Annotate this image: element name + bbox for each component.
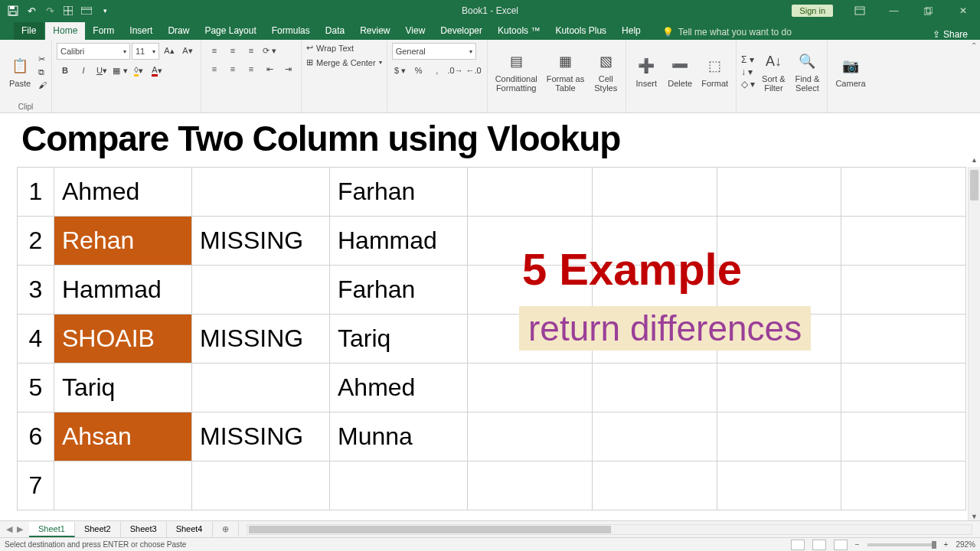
- next-sheet-icon[interactable]: ▶: [17, 524, 23, 534]
- tab-data[interactable]: Data: [318, 22, 352, 40]
- collapse-ribbon-icon[interactable]: ⌃: [971, 41, 977, 50]
- cell-col-a[interactable]: Tariq: [54, 364, 192, 412]
- table-row[interactable]: 3HammadFarhan: [18, 266, 966, 315]
- cell-empty[interactable]: [592, 168, 717, 217]
- align-top-icon[interactable]: ≡: [206, 43, 223, 58]
- insert-cells-button[interactable]: ➕Insert: [631, 54, 662, 90]
- cell-empty[interactable]: [717, 461, 841, 510]
- tab-view[interactable]: View: [398, 22, 433, 40]
- ribbon-options-icon[interactable]: [842, 0, 877, 21]
- font-size-select[interactable]: 11 ▾: [132, 43, 159, 60]
- cell-empty[interactable]: [717, 364, 841, 412]
- cell-empty[interactable]: [841, 168, 966, 217]
- tell-me[interactable]: 💡 Tell me what you want to do: [662, 24, 792, 40]
- horizontal-scrollbar[interactable]: [247, 524, 973, 535]
- cell-empty[interactable]: [841, 315, 966, 364]
- tab-page-layout[interactable]: Page Layout: [197, 22, 263, 40]
- orientation-icon[interactable]: ⟳ ▾: [261, 43, 278, 58]
- font-name-select[interactable]: Calibri ▾: [57, 43, 130, 60]
- tab-review[interactable]: Review: [352, 22, 397, 40]
- cell-col-c[interactable]: [330, 461, 468, 510]
- tab-formulas[interactable]: Formulas: [264, 22, 318, 40]
- cell-col-c[interactable]: Ahmed: [330, 364, 468, 412]
- borders-button[interactable]: ▦ ▾: [112, 63, 129, 78]
- cell-empty[interactable]: [841, 266, 966, 315]
- cell-empty[interactable]: [841, 461, 966, 510]
- prev-sheet-icon[interactable]: ◀: [6, 524, 12, 534]
- cell-col-b[interactable]: [192, 168, 330, 217]
- scroll-up-icon[interactable]: ▲: [969, 156, 980, 167]
- cell-col-a[interactable]: Ahsan: [54, 412, 192, 461]
- cell-empty[interactable]: [841, 364, 966, 412]
- align-left-icon[interactable]: ≡: [206, 61, 223, 77]
- cell-empty[interactable]: [468, 168, 593, 217]
- signin-button[interactable]: Sign in: [792, 5, 833, 17]
- cell-col-a[interactable]: Rehan: [54, 217, 192, 266]
- cell-col-b[interactable]: [192, 364, 330, 412]
- align-bottom-icon[interactable]: ≡: [243, 43, 260, 58]
- table-row[interactable]: 2RehanMISSINGHammad: [18, 217, 966, 266]
- spreadsheet-grid[interactable]: 1AhmedFarhan2RehanMISSINGHammad3HammadFa…: [17, 167, 966, 520]
- cell-empty[interactable]: [841, 217, 966, 266]
- cell-col-b[interactable]: [192, 461, 330, 510]
- increase-decimal-icon[interactable]: .0→: [447, 63, 464, 78]
- tab-draw[interactable]: Draw: [160, 22, 197, 40]
- save-icon[interactable]: [5, 2, 21, 19]
- increase-font-icon[interactable]: A▴: [161, 43, 178, 58]
- tab-insert[interactable]: Insert: [122, 22, 160, 40]
- cell-empty[interactable]: [468, 412, 593, 461]
- cell-empty[interactable]: [468, 364, 593, 412]
- sort-filter-button[interactable]: A↓Sort & Filter: [758, 50, 789, 94]
- scrollbar-thumb[interactable]: [970, 170, 978, 201]
- format-as-table-button[interactable]: ▦Format as Table: [544, 50, 588, 94]
- row-header[interactable]: 7: [18, 461, 54, 510]
- format-cells-button[interactable]: ⬚Format: [698, 54, 731, 90]
- cell-col-a[interactable]: SHOAIB: [54, 315, 192, 364]
- cell-empty[interactable]: [468, 461, 593, 510]
- row-header[interactable]: 4: [18, 315, 54, 364]
- table-row[interactable]: 1AhmedFarhan: [18, 168, 966, 217]
- sheet-tab-sheet3[interactable]: Sheet3: [121, 522, 167, 537]
- table-row[interactable]: 6AhsanMISSINGMunna: [18, 412, 966, 461]
- delete-cells-button[interactable]: ➖Delete: [665, 54, 695, 90]
- currency-icon[interactable]: $ ▾: [392, 63, 409, 78]
- zoom-in-icon[interactable]: +: [944, 540, 949, 549]
- cut-icon[interactable]: ✂: [38, 54, 47, 64]
- qat-customize-icon[interactable]: ▾: [96, 2, 113, 19]
- cell-col-b[interactable]: MISSING: [192, 412, 330, 461]
- cell-empty[interactable]: [841, 412, 966, 461]
- close-button[interactable]: ✕: [946, 0, 980, 21]
- cell-col-b[interactable]: MISSING: [192, 217, 330, 266]
- qat-grid-icon[interactable]: [60, 2, 77, 19]
- percent-icon[interactable]: %: [410, 63, 427, 78]
- tab-help[interactable]: Help: [614, 22, 648, 40]
- redo-icon[interactable]: ↷: [41, 2, 58, 19]
- row-header[interactable]: 3: [18, 266, 54, 315]
- maximize-button[interactable]: [911, 0, 946, 21]
- hscroll-thumb[interactable]: [249, 526, 611, 533]
- cell-empty[interactable]: [592, 461, 717, 510]
- wrap-text-button[interactable]: ↩ Wrap Text: [306, 43, 354, 53]
- cell-empty[interactable]: [717, 168, 841, 217]
- tab-form[interactable]: Form: [85, 22, 122, 40]
- row-header[interactable]: 2: [18, 217, 54, 266]
- cell-col-c[interactable]: Farhan: [330, 168, 468, 217]
- align-center-icon[interactable]: ≡: [224, 61, 241, 77]
- table-row[interactable]: 5TariqAhmed: [18, 364, 966, 412]
- conditional-formatting-button[interactable]: ▤Conditional Formatting: [492, 50, 541, 94]
- cell-col-a[interactable]: [54, 461, 192, 510]
- zoom-slider[interactable]: [867, 543, 936, 546]
- row-header[interactable]: 6: [18, 412, 54, 461]
- decrease-indent-icon[interactable]: ⇤: [261, 61, 278, 77]
- tab-kutools[interactable]: Kutools ™: [490, 22, 547, 40]
- number-format-select[interactable]: General ▾: [392, 43, 476, 60]
- sheet-nav[interactable]: ◀▶: [0, 524, 29, 534]
- tab-kutools-plus[interactable]: Kutools Plus: [547, 22, 614, 40]
- cell-col-c[interactable]: Tariq: [330, 315, 468, 364]
- tab-home[interactable]: Home: [45, 22, 85, 40]
- share-button[interactable]: ⇪ Share: [933, 29, 968, 40]
- page-layout-view-icon[interactable]: [812, 540, 826, 550]
- minimize-button[interactable]: —: [877, 0, 911, 21]
- cell-col-a[interactable]: Hammad: [54, 266, 192, 315]
- table-row[interactable]: 7: [18, 461, 966, 510]
